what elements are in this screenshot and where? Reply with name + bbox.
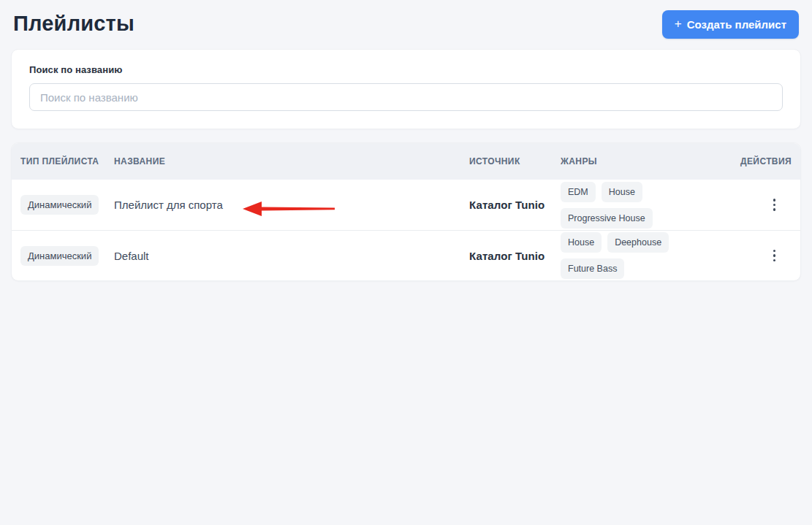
genres-list: House Deephouse Future Bass [561, 232, 733, 279]
page-header: Плейлисты + Создать плейлист [11, 0, 801, 39]
playlist-source: Каталог Tunio [469, 250, 561, 262]
column-header-type: Тип плейлиста [20, 156, 114, 166]
row-actions-menu-icon[interactable] [769, 194, 781, 215]
playlist-type-badge: Динамический [20, 246, 99, 266]
search-label: Поиск по названию [29, 64, 783, 75]
column-header-name: Название [114, 156, 469, 166]
playlist-source: Каталог Tunio [469, 199, 561, 211]
search-panel: Поиск по названию [11, 49, 801, 129]
column-header-genres: Жанры [561, 156, 733, 166]
table-row[interactable]: Динамический Default Каталог Tunio House… [12, 230, 800, 280]
playlist-name[interactable]: Default [114, 250, 469, 262]
plus-icon: + [675, 18, 682, 30]
column-header-actions: Действия [733, 156, 792, 166]
genre-badge: Deephouse [607, 232, 669, 253]
search-input[interactable] [29, 83, 783, 111]
genre-badge: EDM [561, 182, 596, 202]
playlist-name[interactable]: Плейлист для спорта [114, 199, 469, 211]
row-actions-menu-icon[interactable] [769, 245, 781, 267]
genre-badge: Future Bass [561, 258, 624, 279]
genre-badge: House [602, 182, 642, 202]
playlist-type-badge: Динамический [20, 195, 99, 215]
page-title: Плейлисты [13, 10, 134, 37]
create-playlist-button[interactable]: + Создать плейлист [662, 10, 799, 39]
table-header-row: Тип плейлиста Название Источник Жанры Де… [12, 143, 800, 180]
create-playlist-button-label: Создать плейлист [687, 18, 786, 31]
playlists-table: Тип плейлиста Название Источник Жанры Де… [11, 142, 801, 281]
genre-badge: House [561, 232, 602, 253]
table-row[interactable]: Динамический Плейлист для спорта Каталог… [12, 180, 800, 230]
playlists-page: Плейлисты + Создать плейлист Поиск по на… [0, 0, 812, 525]
genres-list: EDM House Progressive House [561, 182, 733, 229]
genre-badge: Progressive House [561, 208, 653, 229]
column-header-source: Источник [469, 156, 561, 166]
